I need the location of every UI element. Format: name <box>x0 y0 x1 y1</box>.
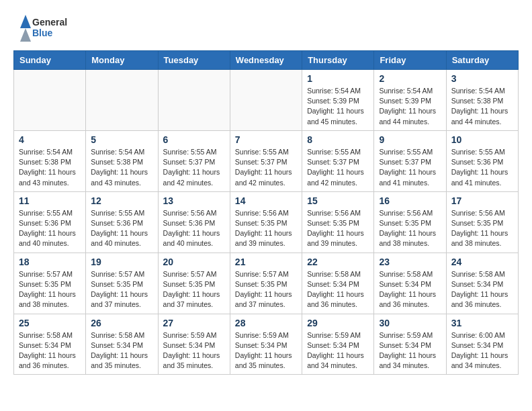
week-row-5: 25Sunrise: 5:58 AM Sunset: 5:34 PM Dayli… <box>14 314 519 375</box>
day-number: 11 <box>19 195 81 206</box>
day-number: 30 <box>379 318 441 328</box>
day-info: Sunrise: 5:55 AM Sunset: 5:37 PM Dayligh… <box>307 147 369 188</box>
calendar-cell: 27Sunrise: 5:59 AM Sunset: 5:34 PM Dayli… <box>158 314 230 375</box>
weekday-header-friday: Friday <box>374 51 446 70</box>
calendar-cell: 10Sunrise: 5:55 AM Sunset: 5:36 PM Dayli… <box>446 130 518 191</box>
weekday-header-sunday: Sunday <box>14 51 86 70</box>
day-number: 24 <box>451 257 513 267</box>
svg-text:Blue: Blue <box>32 28 53 38</box>
day-number: 15 <box>307 195 369 206</box>
calendar-cell: 14Sunrise: 5:56 AM Sunset: 5:35 PM Dayli… <box>230 191 302 253</box>
day-info: Sunrise: 5:54 AM Sunset: 5:39 PM Dayligh… <box>307 86 369 127</box>
weekday-header-thursday: Thursday <box>302 51 374 70</box>
week-row-2: 4Sunrise: 5:54 AM Sunset: 5:38 PM Daylig… <box>14 130 519 191</box>
day-info: Sunrise: 5:57 AM Sunset: 5:35 PM Dayligh… <box>235 269 297 310</box>
calendar-cell: 21Sunrise: 5:57 AM Sunset: 5:35 PM Dayli… <box>230 253 302 314</box>
day-number: 29 <box>307 318 369 328</box>
weekday-header-tuesday: Tuesday <box>158 51 230 70</box>
calendar-cell: 2Sunrise: 5:54 AM Sunset: 5:39 PM Daylig… <box>374 70 446 131</box>
day-info: Sunrise: 5:59 AM Sunset: 5:34 PM Dayligh… <box>379 330 441 371</box>
day-info: Sunrise: 5:58 AM Sunset: 5:34 PM Dayligh… <box>379 269 441 310</box>
day-number: 10 <box>451 134 513 145</box>
day-number: 13 <box>163 195 225 206</box>
day-info: Sunrise: 5:55 AM Sunset: 5:37 PM Dayligh… <box>235 147 297 188</box>
day-number: 19 <box>91 257 152 267</box>
calendar-cell: 30Sunrise: 5:59 AM Sunset: 5:34 PM Dayli… <box>374 314 446 375</box>
day-info: Sunrise: 5:54 AM Sunset: 5:38 PM Dayligh… <box>451 86 513 127</box>
day-number: 18 <box>19 257 81 267</box>
day-info: Sunrise: 5:54 AM Sunset: 5:38 PM Dayligh… <box>19 147 81 188</box>
calendar-cell: 4Sunrise: 5:54 AM Sunset: 5:38 PM Daylig… <box>14 130 86 191</box>
calendar-cell: 23Sunrise: 5:58 AM Sunset: 5:34 PM Dayli… <box>374 253 446 314</box>
calendar-cell: 28Sunrise: 5:59 AM Sunset: 5:34 PM Dayli… <box>230 314 302 375</box>
day-info: Sunrise: 5:59 AM Sunset: 5:34 PM Dayligh… <box>235 330 297 371</box>
day-number: 7 <box>235 134 297 145</box>
day-info: Sunrise: 5:56 AM Sunset: 5:35 PM Dayligh… <box>235 208 297 249</box>
day-number: 5 <box>91 134 152 145</box>
calendar-cell: 22Sunrise: 5:58 AM Sunset: 5:34 PM Dayli… <box>302 253 374 314</box>
day-info: Sunrise: 5:58 AM Sunset: 5:34 PM Dayligh… <box>91 330 152 371</box>
day-info: Sunrise: 5:58 AM Sunset: 5:34 PM Dayligh… <box>307 269 369 310</box>
page-header: General Blue <box>13 13 519 44</box>
day-number: 17 <box>451 195 513 206</box>
calendar-cell <box>158 70 230 131</box>
day-number: 16 <box>379 195 441 206</box>
day-info: Sunrise: 5:54 AM Sunset: 5:39 PM Dayligh… <box>379 86 441 127</box>
day-info: Sunrise: 5:54 AM Sunset: 5:38 PM Dayligh… <box>91 147 152 188</box>
calendar-cell <box>14 70 86 131</box>
calendar-cell: 13Sunrise: 5:56 AM Sunset: 5:36 PM Dayli… <box>158 191 230 253</box>
calendar-cell: 3Sunrise: 5:54 AM Sunset: 5:38 PM Daylig… <box>446 70 518 131</box>
calendar-cell: 6Sunrise: 5:55 AM Sunset: 5:37 PM Daylig… <box>158 130 230 191</box>
day-number: 28 <box>235 318 297 328</box>
day-info: Sunrise: 5:55 AM Sunset: 5:36 PM Dayligh… <box>451 147 513 188</box>
day-number: 6 <box>163 134 225 145</box>
day-info: Sunrise: 5:57 AM Sunset: 5:35 PM Dayligh… <box>91 269 152 310</box>
day-number: 25 <box>19 318 81 328</box>
svg-text:General: General <box>32 17 67 28</box>
day-number: 21 <box>235 257 297 267</box>
day-info: Sunrise: 5:57 AM Sunset: 5:35 PM Dayligh… <box>163 269 225 310</box>
calendar-cell <box>230 70 302 131</box>
day-info: Sunrise: 5:57 AM Sunset: 5:35 PM Dayligh… <box>19 269 81 310</box>
calendar-cell: 11Sunrise: 5:55 AM Sunset: 5:36 PM Dayli… <box>14 191 86 253</box>
day-info: Sunrise: 6:00 AM Sunset: 5:34 PM Dayligh… <box>451 330 513 371</box>
day-number: 3 <box>451 73 513 84</box>
calendar-cell: 9Sunrise: 5:55 AM Sunset: 5:37 PM Daylig… <box>374 130 446 191</box>
calendar-cell: 7Sunrise: 5:55 AM Sunset: 5:37 PM Daylig… <box>230 130 302 191</box>
calendar-header: SundayMondayTuesdayWednesdayThursdayFrid… <box>14 51 519 70</box>
day-number: 26 <box>91 318 152 328</box>
calendar-cell: 12Sunrise: 5:55 AM Sunset: 5:36 PM Dayli… <box>86 191 158 253</box>
svg-marker-2 <box>20 15 31 28</box>
day-number: 22 <box>307 257 369 267</box>
logo: General Blue <box>13 13 74 44</box>
week-row-1: 1Sunrise: 5:54 AM Sunset: 5:39 PM Daylig… <box>14 70 519 131</box>
calendar-cell: 19Sunrise: 5:57 AM Sunset: 5:35 PM Dayli… <box>86 253 158 314</box>
day-number: 31 <box>451 318 513 328</box>
week-row-3: 11Sunrise: 5:55 AM Sunset: 5:36 PM Dayli… <box>14 191 519 253</box>
day-info: Sunrise: 5:59 AM Sunset: 5:34 PM Dayligh… <box>163 330 225 371</box>
calendar-table: SundayMondayTuesdayWednesdayThursdayFrid… <box>13 50 519 375</box>
calendar-cell: 29Sunrise: 5:59 AM Sunset: 5:34 PM Dayli… <box>302 314 374 375</box>
calendar-cell: 20Sunrise: 5:57 AM Sunset: 5:35 PM Dayli… <box>158 253 230 314</box>
weekday-header-monday: Monday <box>86 51 158 70</box>
calendar-body: 1Sunrise: 5:54 AM Sunset: 5:39 PM Daylig… <box>14 70 519 375</box>
day-info: Sunrise: 5:55 AM Sunset: 5:36 PM Dayligh… <box>19 208 81 249</box>
day-info: Sunrise: 5:55 AM Sunset: 5:37 PM Dayligh… <box>163 147 225 188</box>
day-number: 12 <box>91 195 152 206</box>
calendar-cell: 24Sunrise: 5:58 AM Sunset: 5:34 PM Dayli… <box>446 253 518 314</box>
day-info: Sunrise: 5:56 AM Sunset: 5:35 PM Dayligh… <box>379 208 441 249</box>
day-number: 1 <box>307 73 369 84</box>
calendar-cell: 26Sunrise: 5:58 AM Sunset: 5:34 PM Dayli… <box>86 314 158 375</box>
calendar-cell: 5Sunrise: 5:54 AM Sunset: 5:38 PM Daylig… <box>86 130 158 191</box>
day-info: Sunrise: 5:56 AM Sunset: 5:35 PM Dayligh… <box>451 208 513 249</box>
day-info: Sunrise: 5:56 AM Sunset: 5:36 PM Dayligh… <box>163 208 225 249</box>
day-number: 14 <box>235 195 297 206</box>
day-number: 27 <box>163 318 225 328</box>
calendar-cell: 16Sunrise: 5:56 AM Sunset: 5:35 PM Dayli… <box>374 191 446 253</box>
calendar-cell: 18Sunrise: 5:57 AM Sunset: 5:35 PM Dayli… <box>14 253 86 314</box>
day-info: Sunrise: 5:55 AM Sunset: 5:37 PM Dayligh… <box>379 147 441 188</box>
day-number: 2 <box>379 73 441 84</box>
weekday-header-row: SundayMondayTuesdayWednesdayThursdayFrid… <box>14 51 519 70</box>
calendar-cell: 15Sunrise: 5:56 AM Sunset: 5:35 PM Dayli… <box>302 191 374 253</box>
day-number: 9 <box>379 134 441 145</box>
